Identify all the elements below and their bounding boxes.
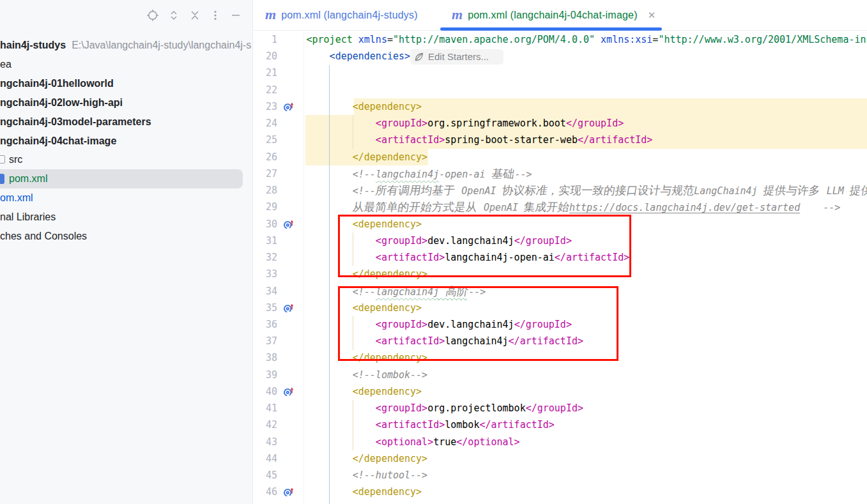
- line-number: 23: [253, 98, 277, 115]
- spring-leaf-icon: [414, 52, 424, 62]
- code-line-29[interactable]: 29 从最简单的开始方式是从 OpenAI 集成开始https://docs.l…: [253, 199, 867, 216]
- line-number: 39: [253, 367, 277, 383]
- tree-item-ngchain4j-02low-high-api[interactable]: ngchain4j-02low-high-api: [0, 93, 252, 112]
- line-number: 31: [253, 233, 277, 249]
- tree-item-ngchain4j-03model-parameters[interactable]: ngchain4j-03model-parameters: [0, 112, 252, 132]
- tree-item-label: ngchain4j-03model-parameters: [0, 116, 151, 127]
- code-line-21[interactable]: 21: [253, 65, 867, 82]
- line-number: 21: [253, 65, 277, 81]
- code-text: <optional>true</optional>: [307, 434, 520, 450]
- annotation-red-box: [338, 286, 618, 361]
- code-line-20[interactable]: 20 <dependencies>: [253, 48, 867, 65]
- line-number: 42: [253, 416, 277, 433]
- code-line-24[interactable]: 24 <groupId>org.springframework.boot</gr…: [253, 115, 867, 132]
- line-number: 46: [253, 484, 277, 500]
- tree-item-label: nal Libraries: [0, 211, 56, 222]
- code-line-45[interactable]: 45 <!--hutool-->: [253, 467, 867, 484]
- tree-item-nal-libraries[interactable]: nal Libraries: [0, 208, 252, 227]
- tree-item-label: src: [9, 154, 22, 165]
- line-number: 1: [253, 31, 277, 48]
- tree-item-ngchain4j-01helloworld[interactable]: ngchain4j-01helloworld: [0, 74, 252, 93]
- tab-pom-langchain4j-studys[interactable]: m pom.xml (langchain4j-studys): [265, 0, 418, 30]
- code-text: <project xmlns="http://maven.apache.org/…: [307, 31, 867, 48]
- code-text: <dependencies>: [307, 48, 411, 65]
- tree-item-pom-xml[interactable]: pom.xml: [0, 169, 252, 188]
- code-line-22[interactable]: 22: [253, 82, 867, 99]
- maven-file-icon: m: [452, 8, 463, 22]
- maven-reimport-icon[interactable]: [283, 386, 294, 397]
- line-number: 22: [253, 82, 277, 98]
- tree-item-hain4j-studys[interactable]: hain4j-studysE:\Java\langchain4j-study\l…: [0, 36, 252, 55]
- line-number: 30: [253, 216, 277, 233]
- line-number: 37: [253, 333, 277, 349]
- code-line-23[interactable]: 23 <dependency>: [253, 98, 867, 116]
- hide-panel-icon[interactable]: [229, 9, 242, 22]
- maven-reimport-icon[interactable]: [283, 303, 294, 314]
- code-line-41[interactable]: 41 <groupId>org.projectlombok</groupId>: [253, 400, 867, 417]
- tree-item-label: pom.xml: [9, 173, 47, 184]
- project-path: E:\Java\langchain4j-study\langchain4j-s: [72, 40, 251, 50]
- collapse-all-icon[interactable]: [188, 9, 201, 22]
- line-number: 34: [253, 283, 277, 300]
- more-options-icon[interactable]: [209, 9, 222, 22]
- inlay-text: Edit Starters...: [428, 51, 489, 62]
- maven-file-icon: [0, 174, 4, 184]
- tab-label: pom.xml (langchain4j-04chat-image): [468, 10, 638, 21]
- maven-reimport-icon[interactable]: [283, 219, 294, 230]
- tree-item-ches-and-consoles[interactable]: ches and Consoles: [0, 227, 252, 246]
- tree-item-label: om.xml: [0, 192, 33, 203]
- tree-item-om-xml[interactable]: om.xml: [0, 188, 252, 208]
- code-line-46[interactable]: 46 <dependency>: [253, 484, 867, 501]
- edit-starters-inlay[interactable]: Edit Starters...: [410, 49, 503, 65]
- code-line-44[interactable]: 44 </dependency>: [253, 450, 867, 468]
- locate-file-icon[interactable]: [146, 9, 159, 22]
- line-number: 25: [253, 132, 277, 148]
- tree-item-ea[interactable]: ea: [0, 55, 252, 74]
- code-text: <groupId>org.springframework.boot</group…: [307, 115, 624, 132]
- code-text: <!--所有调用均基于 OpenAI 协议标准，实现一致的接口设计与规范Lang…: [307, 182, 867, 199]
- tab-pom-langchain4j-04chat-image[interactable]: m pom.xml (langchain4j-04chat-image) ✕: [440, 0, 656, 30]
- code-line-26[interactable]: 26 </dependency>: [253, 149, 867, 166]
- line-number: 29: [253, 199, 277, 215]
- code-line-1[interactable]: 1<project xmlns="http://maven.apache.org…: [253, 31, 867, 49]
- line-number: 27: [253, 165, 277, 182]
- code-text: <dependency>: [307, 383, 422, 400]
- maven-reimport-icon[interactable]: [283, 487, 294, 498]
- code-line-40[interactable]: 40 <dependency>: [253, 383, 867, 401]
- code-text: <artifactId>lombok</artifactId>: [307, 416, 555, 433]
- code-text: </dependency>: [307, 450, 428, 467]
- code-line-42[interactable]: 42 <artifactId>lombok</artifactId>: [253, 416, 867, 434]
- code-text: <!--lombok-->: [307, 367, 428, 383]
- project-tool-window: hain4j-studysE:\Java\langchain4j-study\l…: [0, 0, 253, 504]
- code-line-27[interactable]: 27 <!--langchain4j-open-ai 基础-->: [253, 165, 867, 183]
- line-number: 43: [253, 434, 277, 450]
- line-number: 33: [253, 266, 277, 282]
- tree-item-label: ngchain4j-02low-high-api: [0, 97, 123, 108]
- line-number: 40: [253, 383, 277, 400]
- code-text: </dependency>: [307, 149, 428, 165]
- tab-label: pom.xml (langchain4j-studys): [281, 10, 418, 21]
- expand-collapse-icon[interactable]: [167, 9, 180, 22]
- code-line-25[interactable]: 25 <artifactId>spring-boot-starter-web</…: [253, 132, 867, 149]
- line-number: 35: [253, 300, 277, 316]
- annotation-red-box: [338, 215, 631, 277]
- active-tab-underline: [440, 27, 662, 31]
- code-line-28[interactable]: 28 <!--所有调用均基于 OpenAI 协议标准，实现一致的接口设计与规范L…: [253, 182, 867, 199]
- close-tab-icon[interactable]: ✕: [648, 10, 656, 21]
- line-number: 44: [253, 450, 277, 467]
- tree-item-label: ches and Consoles: [0, 231, 87, 241]
- code-text: <dependency>: [307, 98, 422, 115]
- tree-item-src[interactable]: src: [0, 150, 252, 169]
- line-number: 45: [253, 467, 277, 484]
- line-number: 24: [253, 115, 277, 132]
- code-line-39[interactable]: 39 <!--lombok-->: [253, 367, 867, 384]
- tree-item-label: ea: [0, 59, 12, 70]
- maven-reimport-icon[interactable]: [283, 102, 294, 112]
- line-number: 36: [253, 316, 277, 333]
- tree-item-ngchain4j-04chat-image[interactable]: ngchain4j-04chat-image: [0, 132, 252, 151]
- code-text: 从最简单的开始方式是从 OpenAI 集成开始https://docs.lang…: [307, 199, 841, 216]
- line-number: 38: [253, 349, 277, 366]
- code-line-43[interactable]: 43 <optional>true</optional>: [253, 434, 867, 451]
- code-text: <groupId>org.projectlombok</groupId>: [307, 400, 584, 416]
- code-text: <!--hutool-->: [307, 467, 428, 484]
